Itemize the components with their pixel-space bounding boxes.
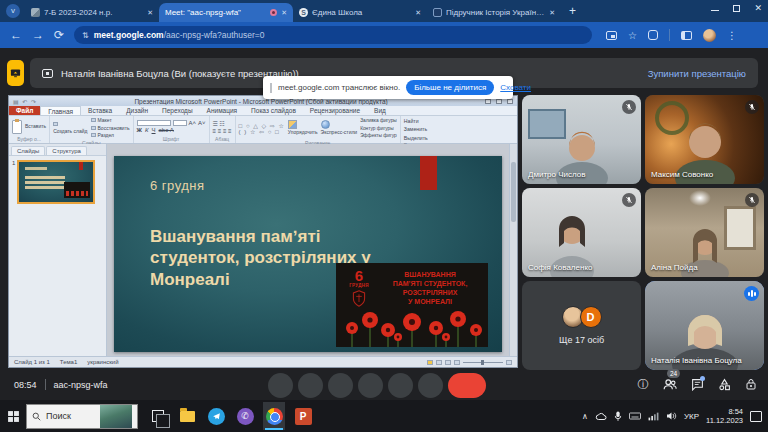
stop-sharing-button[interactable]: Більше не ділитися xyxy=(406,80,494,95)
shrink-font-icon[interactable]: A˅ xyxy=(198,120,206,126)
view-normal-icon[interactable] xyxy=(427,360,433,365)
tab-close-icon[interactable]: ✕ xyxy=(549,9,555,17)
find-button[interactable]: Найти xyxy=(404,117,428,125)
activities-icon[interactable] xyxy=(717,377,731,391)
mic-button[interactable] xyxy=(268,373,293,398)
file-explorer-button[interactable] xyxy=(176,402,198,430)
tab-textbook[interactable]: Підручник Історія України 7 к ✕ xyxy=(427,3,561,22)
ppt-tab-animations[interactable]: Анимация xyxy=(200,106,245,115)
participant-tile[interactable]: Аліна Пойда xyxy=(645,188,764,277)
scrollbar-thumb[interactable] xyxy=(511,162,516,222)
taskbar-search-input[interactable]: Поиск xyxy=(26,404,138,429)
hidden-icons-chevron[interactable]: ∧ xyxy=(582,412,588,421)
replace-button[interactable]: Заменить xyxy=(404,125,428,133)
address-bar[interactable]: ⇅ meet.google.com/aac-npsg-wfa?authuser=… xyxy=(74,26,592,44)
captions-button[interactable] xyxy=(328,373,353,398)
ppt-close-icon[interactable] xyxy=(507,99,513,104)
ppt-minimize-icon[interactable] xyxy=(485,99,491,104)
participant-tile[interactable]: Максим Совонко xyxy=(645,95,764,184)
arrange-button[interactable]: Упорядочить xyxy=(288,120,318,137)
ppt-tab-transitions[interactable]: Переходы xyxy=(155,106,200,115)
tab-school[interactable]: S Єдина Школа ✕ xyxy=(293,3,427,22)
hide-notification-link[interactable]: Сховати xyxy=(500,83,531,92)
font-size-box[interactable] xyxy=(173,120,187,126)
paste-button[interactable]: Вставить xyxy=(25,123,46,131)
quick-styles-button[interactable]: Экспресс-стили xyxy=(321,120,358,137)
view-slideshow-icon[interactable] xyxy=(454,360,460,365)
ppt-tab-home[interactable]: Главная xyxy=(40,106,81,115)
menu-kebab-icon[interactable]: ⋮ xyxy=(727,30,737,41)
shape-outline-button[interactable]: Контур фигуры xyxy=(360,125,397,133)
italic-button[interactable]: К xyxy=(145,127,149,133)
panel-tab-slides[interactable]: Слайды xyxy=(11,146,45,155)
font-name-box[interactable] xyxy=(137,120,171,126)
present-button[interactable] xyxy=(388,373,413,398)
forward-icon[interactable]: → xyxy=(32,28,44,42)
extensions-icon[interactable] xyxy=(648,30,658,40)
tab-close-icon[interactable]: ✕ xyxy=(415,9,421,17)
chrome-button[interactable] xyxy=(263,402,285,430)
ppt-tab-file[interactable]: Файл xyxy=(9,106,40,115)
people-icon[interactable]: 24 xyxy=(663,377,677,391)
start-button[interactable] xyxy=(0,400,26,432)
volume-icon[interactable] xyxy=(666,411,677,421)
ppt-tab-design[interactable]: Дизайн xyxy=(119,106,155,115)
participant-tile-active-speaker[interactable]: Наталія Іванівна Боцула xyxy=(645,281,764,370)
list-buttons[interactable]: ☰ ☷ xyxy=(213,120,232,127)
telegram-button[interactable] xyxy=(205,402,227,430)
language-indicator[interactable]: УКР xyxy=(684,412,699,421)
tab-close-icon[interactable]: ✕ xyxy=(147,9,153,17)
microphone-icon[interactable] xyxy=(614,411,622,422)
end-call-button[interactable] xyxy=(448,373,486,398)
bold-button[interactable]: Ж xyxy=(137,127,142,133)
tab-search-button[interactable]: v xyxy=(6,4,20,18)
quick-access-toolbar[interactable]: ▤ ↶ ↷ xyxy=(13,98,37,105)
ppt-tab-insert[interactable]: Вставка xyxy=(81,106,119,115)
site-settings-icon[interactable]: ⇅ xyxy=(82,31,89,40)
info-icon[interactable]: ⓘ xyxy=(636,377,650,391)
select-button[interactable]: Выделить xyxy=(404,134,428,142)
onedrive-icon[interactable] xyxy=(595,412,607,421)
minimize-icon[interactable] xyxy=(711,10,719,11)
participant-tile[interactable]: Дмитро Числов xyxy=(522,95,641,184)
touch-keyboard-icon[interactable] xyxy=(629,412,641,420)
profile-avatar[interactable] xyxy=(703,29,716,42)
ppt-tab-view[interactable]: Вид xyxy=(367,106,393,115)
tab-journal[interactable]: 7-Б 2023-2024 н.р. ✕ xyxy=(25,3,159,22)
reactions-button[interactable] xyxy=(358,373,383,398)
close-window-icon[interactable]: ✕ xyxy=(754,3,762,13)
chat-icon[interactable] xyxy=(690,377,704,391)
news-widget-thumbnail[interactable] xyxy=(100,405,132,428)
powerpoint-button[interactable]: P xyxy=(292,402,314,430)
action-center-icon[interactable] xyxy=(750,411,762,422)
paste-icon[interactable] xyxy=(12,120,22,134)
shape-fill-button[interactable]: Заливка фигуры xyxy=(360,117,397,125)
new-slide-button[interactable]: Создать слайд xyxy=(53,121,87,136)
bookmark-star-icon[interactable]: ☆ xyxy=(628,30,637,41)
new-tab-button[interactable]: + xyxy=(569,4,576,18)
ppt-tab-slideshow[interactable]: Показ слайдов xyxy=(244,106,303,115)
shape-effects-button[interactable]: Эффекты фигур xyxy=(360,132,397,140)
panel-tab-outline[interactable]: Структура xyxy=(46,146,86,155)
view-sorter-icon[interactable] xyxy=(436,360,442,365)
drag-handle-icon[interactable] xyxy=(270,83,272,93)
more-participants-tile[interactable]: D Ще 17 осіб xyxy=(522,281,641,370)
pip-icon[interactable] xyxy=(606,31,617,40)
ppt-tab-review[interactable]: Рецензирование xyxy=(303,106,367,115)
strikethrough-button[interactable]: abc А xyxy=(159,127,174,133)
ppt-maximize-icon[interactable] xyxy=(496,99,502,104)
reload-icon[interactable]: ⟳ xyxy=(54,28,64,42)
task-view-button[interactable] xyxy=(147,402,169,430)
slide[interactable]: 6 грудня Вшанування памʼяті студенток, р… xyxy=(114,156,502,352)
camera-button[interactable] xyxy=(298,373,323,398)
shapes-gallery[interactable]: □ ○ △ ◇ ⇨ ☆( ) ☆ ⇦ ○ □ xyxy=(239,123,285,135)
reset-button[interactable]: Восстановить xyxy=(91,125,130,133)
grow-font-icon[interactable]: A˄ xyxy=(189,120,197,126)
viber-button[interactable]: ✆ xyxy=(234,402,256,430)
view-reading-icon[interactable] xyxy=(445,360,451,365)
taskbar-clock[interactable]: 8:54 11.12.2023 xyxy=(706,407,743,426)
stop-presenting-button[interactable]: Зупинити презентацію xyxy=(648,68,746,79)
underline-button[interactable]: Ч xyxy=(152,127,156,133)
section-button[interactable]: Раздел xyxy=(91,132,130,140)
more-options-button[interactable] xyxy=(418,373,443,398)
